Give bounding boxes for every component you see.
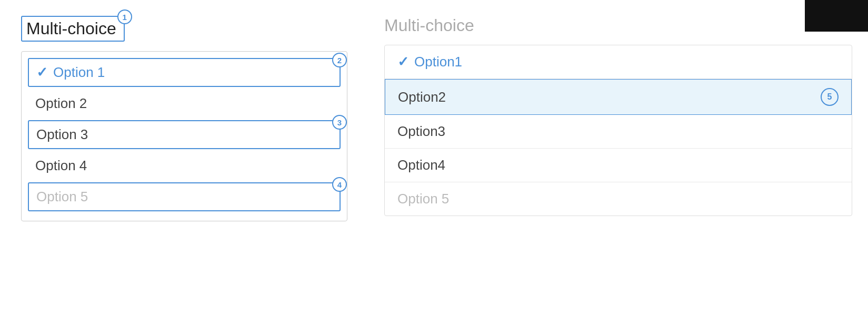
list-item[interactable]: Option 4 (28, 152, 341, 179)
right-list-item[interactable]: Option2 5 (385, 79, 852, 115)
right-options-list: ✓ Option1 Option2 5 Option3 Option4 Op (384, 45, 852, 216)
list-item[interactable]: Option 5 4 (28, 182, 341, 211)
badge-2: 2 (332, 53, 347, 67)
badge-3: 3 (332, 115, 347, 130)
item-label: Option1 (414, 54, 462, 70)
list-item[interactable]: Option 2 (28, 90, 341, 117)
item-content: ✓ Option1 (397, 54, 462, 70)
right-list-item[interactable]: Option4 (385, 149, 852, 182)
left-panel: Multi-choice 1 ✓ Option 1 2 Option 2 Opt… (0, 0, 368, 332)
item-label: Option 3 (36, 126, 88, 143)
right-panel: Multi-choice ✓ Option1 Option2 5 Option3… (368, 0, 868, 332)
item-label: Option 1 (53, 64, 105, 81)
list-item[interactable]: ✓ Option 1 2 (28, 58, 341, 87)
item-label: Option 2 (35, 95, 87, 112)
check-icon: ✓ (397, 54, 409, 70)
item-label: Option4 (397, 157, 445, 173)
item-content: Option4 (397, 157, 445, 173)
title-wrapper: Multi-choice 1 (21, 16, 125, 42)
check-icon: ✓ (36, 64, 48, 81)
left-title: Multi-choice (21, 16, 125, 42)
item-content: Option 5 (397, 191, 449, 207)
item-content: Option2 (398, 89, 446, 105)
right-title: Multi-choice (384, 16, 852, 35)
right-list-item[interactable]: ✓ Option1 (385, 45, 852, 79)
item-label: Option2 (398, 89, 446, 105)
left-options-list: ✓ Option 1 2 Option 2 Option 3 3 Option … (21, 51, 347, 221)
item-label: Option 5 (36, 189, 88, 205)
badge-4: 4 (332, 177, 347, 192)
right-list-item[interactable]: Option 5 (385, 182, 852, 216)
item-label: Option3 (397, 123, 445, 140)
badge-1: 1 (117, 9, 132, 24)
item-label: Option 4 (35, 158, 87, 174)
right-list-item[interactable]: Option3 (385, 115, 852, 149)
list-item[interactable]: Option 3 3 (28, 120, 341, 149)
item-content: Option3 (397, 123, 445, 140)
item-label: Option 5 (397, 191, 449, 207)
badge-5: 5 (821, 88, 839, 106)
